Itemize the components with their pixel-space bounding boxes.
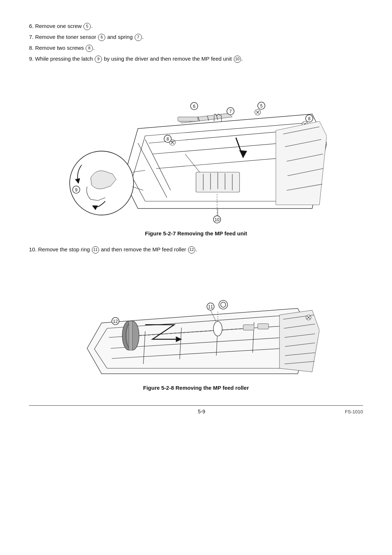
instruction-8: 8. Remove two screws 8. xyxy=(29,44,363,52)
svg-text:8: 8 xyxy=(167,137,169,142)
instruction-7: 7. Remove the toner sensor 6 and spring … xyxy=(29,33,363,41)
svg-text:12: 12 xyxy=(113,319,118,324)
instruction-10-block: 10. Remove the stop ring 11 and then rem… xyxy=(29,245,363,254)
svg-rect-82 xyxy=(258,324,269,329)
svg-line-37 xyxy=(185,154,200,172)
svg-line-35 xyxy=(145,139,171,190)
svg-rect-81 xyxy=(243,325,254,330)
svg-text:7: 7 xyxy=(229,109,232,114)
ref-7: 7 xyxy=(135,34,142,41)
svg-line-39 xyxy=(132,187,143,190)
figure1-caption: Figure 5-2-7 Removing the MP feed unit xyxy=(29,230,363,236)
ref-6: 6 xyxy=(98,34,105,41)
svg-text:6: 6 xyxy=(193,104,196,109)
figure2-diagram: 12 11 xyxy=(73,261,319,381)
svg-text:11: 11 xyxy=(208,304,213,309)
ref-10: 10 xyxy=(234,56,241,63)
ref-12: 12 xyxy=(188,246,195,254)
svg-marker-41 xyxy=(240,150,247,158)
svg-line-34 xyxy=(138,143,167,198)
svg-line-22 xyxy=(156,158,287,169)
svg-marker-58 xyxy=(87,308,312,374)
svg-text:5: 5 xyxy=(260,104,263,109)
footer: 5-9 FS-1010 xyxy=(29,405,363,414)
ref-11: 11 xyxy=(92,246,99,254)
model-number: FS-1010 xyxy=(345,409,363,414)
figure2-caption: Figure 5-2-8 Removing the MP feed roller xyxy=(29,385,363,391)
ref-8: 8 xyxy=(86,45,93,52)
instruction-10: 10. Remove the stop ring 11 and then rem… xyxy=(29,245,363,254)
instruction-6: 6. Remove one screw 5. xyxy=(29,22,363,31)
ref-5: 5 xyxy=(83,23,91,30)
svg-text:8: 8 xyxy=(308,116,311,121)
svg-rect-76 xyxy=(129,321,132,350)
instructions-list: 6. Remove one screw 5. 7. Remove the ton… xyxy=(29,22,363,63)
page-number: 5-9 xyxy=(58,409,345,414)
svg-text:10: 10 xyxy=(215,217,220,222)
svg-rect-17 xyxy=(178,117,198,121)
figure1-diagram: 6 5 7 8 8 9 10 xyxy=(65,70,327,227)
figure1-container: 6 5 7 8 8 9 10 xyxy=(29,70,363,227)
ref-9: 9 xyxy=(95,56,102,63)
svg-point-91 xyxy=(219,300,228,309)
svg-text:9: 9 xyxy=(75,187,78,193)
svg-point-78 xyxy=(213,321,222,336)
figure2-container: 12 11 xyxy=(29,261,363,381)
instruction-9: 9. While pressing the latch 9 by using t… xyxy=(29,54,363,63)
